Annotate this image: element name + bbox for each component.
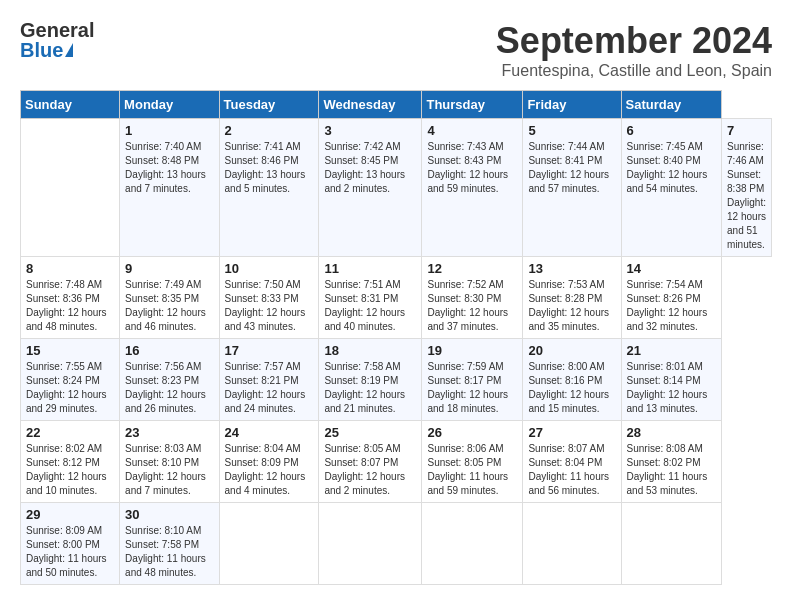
- day-info: Sunrise: 8:08 AM Sunset: 8:02 PM Dayligh…: [627, 442, 716, 498]
- day-number: 6: [627, 123, 716, 138]
- day-info: Sunrise: 7:41 AM Sunset: 8:46 PM Dayligh…: [225, 140, 314, 196]
- day-number: 19: [427, 343, 517, 358]
- sunrise-text: Sunrise: 8:03 AM: [125, 442, 213, 456]
- logo-image: General Blue: [20, 20, 94, 60]
- calendar-cell: 24 Sunrise: 8:04 AM Sunset: 8:09 PM Dayl…: [219, 421, 319, 503]
- day-info: Sunrise: 7:57 AM Sunset: 8:21 PM Dayligh…: [225, 360, 314, 416]
- daylight-text: Daylight: 12 hours and 29 minutes.: [26, 388, 114, 416]
- calendar-cell: 9 Sunrise: 7:49 AM Sunset: 8:35 PM Dayli…: [120, 257, 219, 339]
- daylight-text: Daylight: 12 hours and 32 minutes.: [627, 306, 716, 334]
- calendar-cell: 4 Sunrise: 7:43 AM Sunset: 8:43 PM Dayli…: [422, 119, 523, 257]
- sunset-text: Sunset: 8:00 PM: [26, 538, 114, 552]
- day-info: Sunrise: 8:09 AM Sunset: 8:00 PM Dayligh…: [26, 524, 114, 580]
- sunset-text: Sunset: 8:31 PM: [324, 292, 416, 306]
- sunset-text: Sunset: 8:30 PM: [427, 292, 517, 306]
- day-number: 9: [125, 261, 213, 276]
- daylight-text: Daylight: 12 hours and 18 minutes.: [427, 388, 517, 416]
- sunset-text: Sunset: 8:12 PM: [26, 456, 114, 470]
- sunrise-text: Sunrise: 7:54 AM: [627, 278, 716, 292]
- calendar-cell: 21 Sunrise: 8:01 AM Sunset: 8:14 PM Dayl…: [621, 339, 721, 421]
- calendar-cell: 12 Sunrise: 7:52 AM Sunset: 8:30 PM Dayl…: [422, 257, 523, 339]
- day-info: Sunrise: 8:04 AM Sunset: 8:09 PM Dayligh…: [225, 442, 314, 498]
- day-number: 4: [427, 123, 517, 138]
- sunset-text: Sunset: 8:04 PM: [528, 456, 615, 470]
- sunset-text: Sunset: 8:40 PM: [627, 154, 716, 168]
- calendar-cell: 23 Sunrise: 8:03 AM Sunset: 8:10 PM Dayl…: [120, 421, 219, 503]
- calendar-day-header: Wednesday: [319, 91, 422, 119]
- sunset-text: Sunset: 8:26 PM: [627, 292, 716, 306]
- day-number: 27: [528, 425, 615, 440]
- day-info: Sunrise: 8:06 AM Sunset: 8:05 PM Dayligh…: [427, 442, 517, 498]
- sunrise-text: Sunrise: 8:01 AM: [627, 360, 716, 374]
- calendar-table: SundayMondayTuesdayWednesdayThursdayFrid…: [20, 90, 772, 585]
- sunrise-text: Sunrise: 7:46 AM: [727, 140, 766, 168]
- calendar-cell: [621, 503, 721, 585]
- day-info: Sunrise: 7:43 AM Sunset: 8:43 PM Dayligh…: [427, 140, 517, 196]
- day-info: Sunrise: 7:40 AM Sunset: 8:48 PM Dayligh…: [125, 140, 213, 196]
- title-block: September 2024 Fuentespina, Castille and…: [496, 20, 772, 80]
- sunrise-text: Sunrise: 7:41 AM: [225, 140, 314, 154]
- daylight-text: Daylight: 11 hours and 59 minutes.: [427, 470, 517, 498]
- day-info: Sunrise: 8:02 AM Sunset: 8:12 PM Dayligh…: [26, 442, 114, 498]
- sunset-text: Sunset: 8:05 PM: [427, 456, 517, 470]
- daylight-text: Daylight: 13 hours and 7 minutes.: [125, 168, 213, 196]
- sunset-text: Sunset: 8:38 PM: [727, 168, 766, 196]
- sunset-text: Sunset: 8:21 PM: [225, 374, 314, 388]
- calendar-cell: 13 Sunrise: 7:53 AM Sunset: 8:28 PM Dayl…: [523, 257, 621, 339]
- calendar-cell: 8 Sunrise: 7:48 AM Sunset: 8:36 PM Dayli…: [21, 257, 120, 339]
- sunset-text: Sunset: 8:10 PM: [125, 456, 213, 470]
- calendar-week-row: 29 Sunrise: 8:09 AM Sunset: 8:00 PM Dayl…: [21, 503, 772, 585]
- sunrise-text: Sunrise: 7:58 AM: [324, 360, 416, 374]
- sunset-text: Sunset: 8:17 PM: [427, 374, 517, 388]
- sunrise-text: Sunrise: 8:09 AM: [26, 524, 114, 538]
- calendar-cell: 14 Sunrise: 7:54 AM Sunset: 8:26 PM Dayl…: [621, 257, 721, 339]
- sunset-text: Sunset: 7:58 PM: [125, 538, 213, 552]
- sunset-text: Sunset: 8:33 PM: [225, 292, 314, 306]
- calendar-cell: 6 Sunrise: 7:45 AM Sunset: 8:40 PM Dayli…: [621, 119, 721, 257]
- daylight-text: Daylight: 12 hours and 59 minutes.: [427, 168, 517, 196]
- day-info: Sunrise: 7:50 AM Sunset: 8:33 PM Dayligh…: [225, 278, 314, 334]
- sunrise-text: Sunrise: 7:45 AM: [627, 140, 716, 154]
- calendar-cell: 10 Sunrise: 7:50 AM Sunset: 8:33 PM Dayl…: [219, 257, 319, 339]
- day-number: 11: [324, 261, 416, 276]
- day-number: 5: [528, 123, 615, 138]
- day-number: 3: [324, 123, 416, 138]
- day-info: Sunrise: 7:48 AM Sunset: 8:36 PM Dayligh…: [26, 278, 114, 334]
- calendar-cell: 11 Sunrise: 7:51 AM Sunset: 8:31 PM Dayl…: [319, 257, 422, 339]
- daylight-text: Daylight: 12 hours and 37 minutes.: [427, 306, 517, 334]
- sunset-text: Sunset: 8:43 PM: [427, 154, 517, 168]
- logo-triangle-icon: [65, 43, 73, 57]
- day-number: 10: [225, 261, 314, 276]
- sunset-text: Sunset: 8:07 PM: [324, 456, 416, 470]
- daylight-text: Daylight: 12 hours and 46 minutes.: [125, 306, 213, 334]
- calendar-cell: 25 Sunrise: 8:05 AM Sunset: 8:07 PM Dayl…: [319, 421, 422, 503]
- sunrise-text: Sunrise: 8:00 AM: [528, 360, 615, 374]
- sunset-text: Sunset: 8:28 PM: [528, 292, 615, 306]
- sunrise-text: Sunrise: 8:06 AM: [427, 442, 517, 456]
- calendar-cell: 18 Sunrise: 7:58 AM Sunset: 8:19 PM Dayl…: [319, 339, 422, 421]
- day-info: Sunrise: 7:49 AM Sunset: 8:35 PM Dayligh…: [125, 278, 213, 334]
- calendar-cell: 15 Sunrise: 7:55 AM Sunset: 8:24 PM Dayl…: [21, 339, 120, 421]
- calendar-cell: [21, 119, 120, 257]
- calendar-cell: 5 Sunrise: 7:44 AM Sunset: 8:41 PM Dayli…: [523, 119, 621, 257]
- day-number: 25: [324, 425, 416, 440]
- page-header: General Blue September 2024 Fuentespina,…: [20, 20, 772, 80]
- day-number: 17: [225, 343, 314, 358]
- sunrise-text: Sunrise: 8:02 AM: [26, 442, 114, 456]
- day-number: 8: [26, 261, 114, 276]
- month-title: September 2024: [496, 20, 772, 62]
- calendar-cell: 1 Sunrise: 7:40 AM Sunset: 8:48 PM Dayli…: [120, 119, 219, 257]
- sunrise-text: Sunrise: 8:10 AM: [125, 524, 213, 538]
- logo-general-text: General: [20, 20, 94, 40]
- sunrise-text: Sunrise: 7:48 AM: [26, 278, 114, 292]
- day-number: 2: [225, 123, 314, 138]
- sunrise-text: Sunrise: 7:51 AM: [324, 278, 416, 292]
- day-number: 15: [26, 343, 114, 358]
- calendar-cell: 28 Sunrise: 8:08 AM Sunset: 8:02 PM Dayl…: [621, 421, 721, 503]
- calendar-cell: 27 Sunrise: 8:07 AM Sunset: 8:04 PM Dayl…: [523, 421, 621, 503]
- logo: General Blue: [20, 20, 96, 60]
- sunrise-text: Sunrise: 7:42 AM: [324, 140, 416, 154]
- sunrise-text: Sunrise: 7:50 AM: [225, 278, 314, 292]
- daylight-text: Daylight: 11 hours and 53 minutes.: [627, 470, 716, 498]
- day-number: 16: [125, 343, 213, 358]
